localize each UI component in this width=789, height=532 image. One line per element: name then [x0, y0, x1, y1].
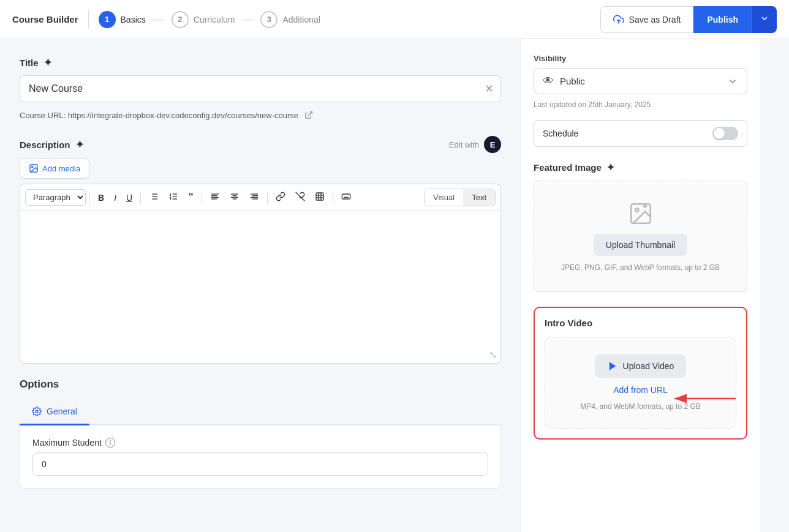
toggle-knob [714, 128, 725, 139]
publish-button[interactable]: Publish [693, 6, 752, 33]
upload-thumbnail-button[interactable]: Upload Thumbnail [594, 234, 687, 256]
chevron-down-visibility-icon [727, 76, 738, 87]
cloud-upload-icon [613, 14, 624, 25]
underline-button[interactable]: U [122, 190, 137, 206]
video-upload-area: Upload Video Add from URL MP4, and WebM … [545, 337, 736, 429]
sidebar: Visibility 👁 Public Last updated on 25th… [521, 39, 760, 532]
publish-dropdown-button[interactable] [752, 6, 777, 33]
upload-video-button[interactable]: Upload Video [595, 354, 687, 378]
unlink-button[interactable] [291, 189, 309, 206]
table-button[interactable] [311, 189, 329, 206]
ordered-list-button[interactable] [164, 189, 183, 206]
svg-rect-26 [316, 193, 323, 200]
last-updated: Last updated on 25th January, 2025 [534, 100, 747, 109]
title-label-row: Title ✦ [20, 56, 501, 69]
unordered-list-button[interactable] [145, 189, 163, 206]
arrow-container [668, 386, 742, 413]
gear-icon [32, 406, 42, 416]
align-left-button[interactable] [206, 189, 224, 206]
editor-resize-handle: ⤡ [489, 349, 497, 361]
featured-image-ai-icon: ✦ [606, 162, 614, 173]
svg-rect-31 [342, 194, 350, 199]
max-student-label-row: Maximum Student i [32, 438, 488, 448]
course-url-row: Course URL: https://integrate-dropbox-de… [20, 111, 501, 121]
elementor-icon[interactable]: E [484, 136, 501, 153]
svg-line-1 [308, 112, 311, 116]
header-divider [88, 10, 89, 29]
toolbar-sep-4 [267, 192, 268, 204]
step-2-label: Curriculum [194, 15, 235, 24]
toolbar-sep-2 [140, 192, 141, 204]
add-media-button[interactable]: Add media [20, 158, 89, 179]
visual-tab[interactable]: Visual [425, 189, 463, 206]
italic-button[interactable]: I [110, 190, 121, 206]
info-icon: i [105, 438, 115, 448]
link-button[interactable] [271, 189, 290, 206]
step-1-label: Basics [121, 15, 146, 24]
visibility-select[interactable]: 👁 Public [534, 68, 747, 94]
arrow-indicator [668, 386, 742, 411]
blockquote-button[interactable]: " [184, 188, 198, 207]
keyboard-button[interactable] [337, 189, 355, 206]
clear-title-icon[interactable]: ✕ [485, 82, 494, 96]
title-input[interactable] [20, 75, 501, 102]
bold-button[interactable]: B [94, 190, 108, 206]
options-title: Options [20, 378, 501, 391]
chevron-down-icon [760, 13, 769, 23]
toolbar-sep-5 [333, 192, 333, 204]
play-icon [607, 361, 618, 372]
svg-point-37 [36, 410, 38, 413]
svg-point-39 [635, 208, 638, 211]
featured-image-upload-area: Upload Thumbnail JPEG, PNG, GIF, and Web… [534, 181, 747, 292]
schedule-toggle[interactable] [712, 127, 738, 140]
options-tabs: General [20, 399, 501, 425]
step-3-circle: 3 [260, 11, 277, 28]
step-sep-1: — [153, 13, 164, 26]
visual-text-tabs: Visual Text [424, 189, 496, 206]
paragraph-select[interactable]: Paragraph [25, 189, 86, 206]
toolbar-sep-3 [202, 192, 202, 204]
image-upload-icon [628, 201, 654, 227]
course-url-link[interactable]: https://integrate-dropbox-dev.codeconfig… [68, 111, 298, 120]
save-draft-button[interactable]: Save as Draft [600, 6, 694, 33]
title-label-text: Title [20, 58, 39, 68]
desc-label-row: Description ✦ [20, 138, 84, 151]
eye-icon: 👁 [543, 75, 554, 88]
step-3[interactable]: 3 Additional [260, 11, 320, 28]
add-from-url-link[interactable]: Add from URL [613, 385, 668, 395]
toolbar-sep-1 [89, 192, 90, 204]
featured-image-label-row: Featured Image ✦ [534, 162, 747, 173]
featured-image-text: Featured Image [534, 162, 602, 173]
main-layout: Title ✦ ✕ Course URL: https://integrate-… [0, 39, 789, 532]
step-2[interactable]: 2 Curriculum [172, 11, 235, 28]
course-url-label: Course URL: [20, 111, 66, 120]
editor-toolbar: Paragraph B I U " [20, 184, 501, 211]
main-content: Title ✦ ✕ Course URL: https://integrate-… [0, 39, 521, 532]
options-body: Maximum Student i [20, 425, 501, 489]
step-1[interactable]: 1 Basics [99, 11, 146, 28]
description-header: Description ✦ Edit with E [20, 136, 501, 153]
schedule-label: Schedule [543, 129, 578, 138]
step-2-circle: 2 [172, 11, 189, 28]
max-student-text: Maximum Student [32, 438, 102, 448]
header-actions: Save as Draft Publish [600, 6, 777, 33]
svg-point-3 [32, 167, 33, 168]
brand-title: Course Builder [12, 14, 78, 24]
align-right-button[interactable] [245, 189, 263, 206]
visibility-label: Visibility [534, 54, 747, 63]
align-center-button[interactable] [225, 189, 244, 206]
text-tab[interactable]: Text [463, 189, 495, 206]
intro-video-section: Intro Video Upload Video Add from URL MP… [534, 307, 747, 440]
schedule-row: Schedule [534, 120, 747, 147]
general-tab-label: General [47, 406, 77, 416]
external-link-icon[interactable] [304, 111, 313, 121]
desc-ai-icon: ✦ [75, 138, 84, 151]
editor-area[interactable]: ⤡ [20, 211, 501, 364]
intro-video-title: Intro Video [545, 318, 736, 328]
general-tab[interactable]: General [20, 399, 89, 425]
featured-image-section: Featured Image ✦ Upload Thumbnail JPEG, … [534, 162, 747, 292]
title-ai-icon: ✦ [43, 56, 52, 69]
max-student-input[interactable] [32, 452, 488, 476]
upload-hint: JPEG, PNG, GIF, and WebP formats, up to … [561, 263, 720, 272]
svg-marker-42 [609, 362, 616, 370]
